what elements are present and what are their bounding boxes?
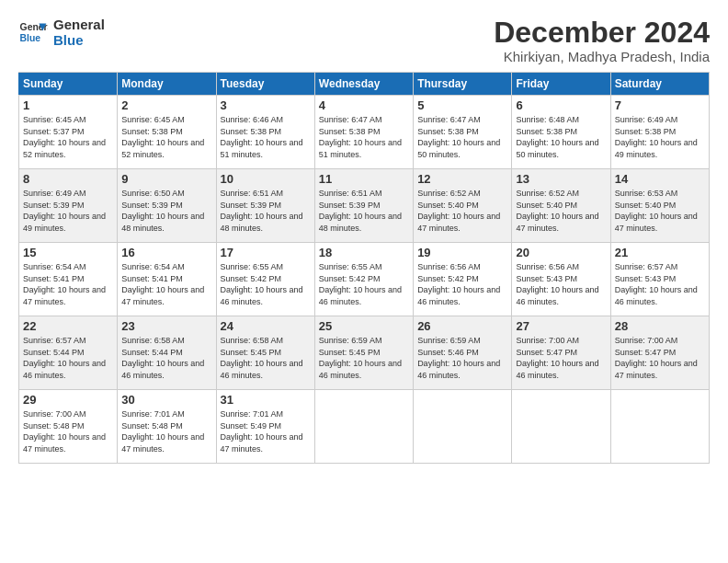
day-info: Sunrise: 6:53 AMSunset: 5:40 PMDaylight:… bbox=[615, 188, 705, 234]
col-header-tuesday: Tuesday bbox=[216, 73, 314, 96]
calendar-cell: 25Sunrise: 6:59 AMSunset: 5:45 PMDayligh… bbox=[314, 316, 413, 390]
calendar-cell: 15Sunrise: 6:54 AMSunset: 5:41 PMDayligh… bbox=[19, 243, 118, 316]
day-number: 25 bbox=[319, 319, 409, 333]
day-info: Sunrise: 6:51 AMSunset: 5:39 PMDaylight:… bbox=[221, 188, 311, 234]
day-number: 2 bbox=[121, 98, 211, 112]
calendar-cell: 7Sunrise: 6:49 AMSunset: 5:38 PMDaylight… bbox=[610, 96, 709, 169]
day-number: 17 bbox=[221, 246, 311, 259]
calendar-cell: 2Sunrise: 6:45 AMSunset: 5:38 PMDaylight… bbox=[118, 96, 216, 169]
svg-text:Blue: Blue bbox=[20, 33, 41, 43]
day-info: Sunrise: 6:45 AMSunset: 5:37 PMDaylight:… bbox=[23, 114, 113, 160]
calendar-cell: 23Sunrise: 6:58 AMSunset: 5:44 PMDayligh… bbox=[118, 316, 216, 390]
day-number: 6 bbox=[516, 98, 606, 112]
col-header-thursday: Thursday bbox=[414, 73, 512, 96]
day-number: 20 bbox=[516, 246, 606, 259]
calendar-cell bbox=[610, 390, 709, 464]
calendar-cell: 26Sunrise: 6:59 AMSunset: 5:46 PMDayligh… bbox=[414, 316, 512, 390]
day-number: 8 bbox=[23, 172, 113, 186]
logo-blue: Blue bbox=[53, 32, 105, 48]
day-number: 21 bbox=[615, 246, 705, 259]
day-number: 7 bbox=[615, 98, 705, 112]
calendar-cell: 20Sunrise: 6:56 AMSunset: 5:43 PMDayligh… bbox=[512, 243, 610, 316]
day-info: Sunrise: 6:59 AMSunset: 5:46 PMDaylight:… bbox=[417, 335, 507, 381]
calendar-cell: 22Sunrise: 6:57 AMSunset: 5:44 PMDayligh… bbox=[19, 316, 118, 390]
day-number: 29 bbox=[23, 393, 113, 407]
col-header-wednesday: Wednesday bbox=[314, 73, 413, 96]
day-number: 22 bbox=[23, 319, 113, 333]
day-number: 15 bbox=[23, 246, 113, 259]
calendar-cell: 21Sunrise: 6:57 AMSunset: 5:43 PMDayligh… bbox=[610, 243, 709, 316]
logo-general: General bbox=[53, 17, 105, 32]
day-info: Sunrise: 6:50 AMSunset: 5:39 PMDaylight:… bbox=[121, 188, 211, 234]
calendar-cell: 4Sunrise: 6:47 AMSunset: 5:38 PMDaylight… bbox=[314, 96, 413, 169]
day-info: Sunrise: 6:47 AMSunset: 5:38 PMDaylight:… bbox=[319, 114, 409, 160]
calendar-cell bbox=[314, 390, 413, 464]
day-info: Sunrise: 6:57 AMSunset: 5:43 PMDaylight:… bbox=[615, 261, 705, 307]
calendar-cell: 10Sunrise: 6:51 AMSunset: 5:39 PMDayligh… bbox=[216, 169, 314, 243]
day-info: Sunrise: 6:49 AMSunset: 5:38 PMDaylight:… bbox=[615, 114, 705, 160]
day-number: 9 bbox=[121, 172, 211, 186]
header: General Blue General Blue December 2024 … bbox=[18, 17, 710, 64]
day-info: Sunrise: 6:51 AMSunset: 5:39 PMDaylight:… bbox=[319, 188, 409, 234]
calendar-cell: 8Sunrise: 6:49 AMSunset: 5:39 PMDaylight… bbox=[19, 169, 118, 243]
day-number: 24 bbox=[221, 319, 311, 333]
col-header-monday: Monday bbox=[118, 73, 216, 96]
day-number: 30 bbox=[121, 393, 211, 407]
week-row-1: 1Sunrise: 6:45 AMSunset: 5:37 PMDaylight… bbox=[19, 96, 710, 169]
calendar-cell: 28Sunrise: 7:00 AMSunset: 5:47 PMDayligh… bbox=[610, 316, 709, 390]
calendar-cell: 12Sunrise: 6:52 AMSunset: 5:40 PMDayligh… bbox=[414, 169, 512, 243]
logo-icon: General Blue bbox=[18, 17, 48, 47]
day-info: Sunrise: 6:54 AMSunset: 5:41 PMDaylight:… bbox=[121, 261, 211, 307]
calendar-cell: 1Sunrise: 6:45 AMSunset: 5:37 PMDaylight… bbox=[19, 96, 118, 169]
calendar-cell: 18Sunrise: 6:55 AMSunset: 5:42 PMDayligh… bbox=[314, 243, 413, 316]
week-row-2: 8Sunrise: 6:49 AMSunset: 5:39 PMDaylight… bbox=[19, 169, 710, 243]
day-number: 31 bbox=[221, 393, 311, 407]
day-info: Sunrise: 6:45 AMSunset: 5:38 PMDaylight:… bbox=[121, 114, 211, 160]
calendar-cell: 14Sunrise: 6:53 AMSunset: 5:40 PMDayligh… bbox=[610, 169, 709, 243]
day-info: Sunrise: 6:56 AMSunset: 5:43 PMDaylight:… bbox=[516, 261, 606, 307]
day-number: 18 bbox=[319, 246, 409, 259]
day-number: 4 bbox=[319, 98, 409, 112]
calendar-table: SundayMondayTuesdayWednesdayThursdayFrid… bbox=[18, 72, 710, 464]
location-subtitle: Khirkiyan, Madhya Pradesh, India bbox=[494, 49, 710, 64]
day-info: Sunrise: 6:56 AMSunset: 5:42 PMDaylight:… bbox=[417, 261, 507, 307]
day-info: Sunrise: 6:58 AMSunset: 5:45 PMDaylight:… bbox=[221, 335, 311, 381]
week-row-3: 15Sunrise: 6:54 AMSunset: 5:41 PMDayligh… bbox=[19, 243, 710, 316]
day-info: Sunrise: 6:59 AMSunset: 5:45 PMDaylight:… bbox=[319, 335, 409, 381]
day-info: Sunrise: 6:48 AMSunset: 5:38 PMDaylight:… bbox=[516, 114, 606, 160]
calendar-cell bbox=[512, 390, 610, 464]
day-info: Sunrise: 7:01 AMSunset: 5:48 PMDaylight:… bbox=[121, 408, 211, 454]
calendar-cell: 5Sunrise: 6:47 AMSunset: 5:38 PMDaylight… bbox=[414, 96, 512, 169]
day-info: Sunrise: 6:46 AMSunset: 5:38 PMDaylight:… bbox=[221, 114, 311, 160]
day-number: 13 bbox=[516, 172, 606, 186]
day-info: Sunrise: 6:55 AMSunset: 5:42 PMDaylight:… bbox=[221, 261, 311, 307]
calendar-cell: 19Sunrise: 6:56 AMSunset: 5:42 PMDayligh… bbox=[414, 243, 512, 316]
calendar-cell: 13Sunrise: 6:52 AMSunset: 5:40 PMDayligh… bbox=[512, 169, 610, 243]
col-header-sunday: Sunday bbox=[19, 73, 118, 96]
calendar-cell: 6Sunrise: 6:48 AMSunset: 5:38 PMDaylight… bbox=[512, 96, 610, 169]
calendar-cell: 16Sunrise: 6:54 AMSunset: 5:41 PMDayligh… bbox=[118, 243, 216, 316]
day-number: 26 bbox=[417, 319, 507, 333]
day-info: Sunrise: 6:57 AMSunset: 5:44 PMDaylight:… bbox=[23, 335, 113, 381]
calendar-cell: 29Sunrise: 7:00 AMSunset: 5:48 PMDayligh… bbox=[19, 390, 118, 464]
calendar-cell: 30Sunrise: 7:01 AMSunset: 5:48 PMDayligh… bbox=[118, 390, 216, 464]
day-number: 19 bbox=[417, 246, 507, 259]
calendar-cell: 17Sunrise: 6:55 AMSunset: 5:42 PMDayligh… bbox=[216, 243, 314, 316]
day-number: 5 bbox=[417, 98, 507, 112]
logo: General Blue General Blue bbox=[18, 17, 105, 49]
calendar-container: General Blue General Blue December 2024 … bbox=[0, 0, 728, 473]
day-info: Sunrise: 6:55 AMSunset: 5:42 PMDaylight:… bbox=[319, 261, 409, 307]
day-info: Sunrise: 6:58 AMSunset: 5:44 PMDaylight:… bbox=[121, 335, 211, 381]
day-info: Sunrise: 7:00 AMSunset: 5:47 PMDaylight:… bbox=[516, 335, 606, 381]
day-number: 28 bbox=[615, 319, 705, 333]
day-number: 14 bbox=[615, 172, 705, 186]
col-header-friday: Friday bbox=[512, 73, 610, 96]
day-info: Sunrise: 7:00 AMSunset: 5:47 PMDaylight:… bbox=[615, 335, 705, 381]
header-row: SundayMondayTuesdayWednesdayThursdayFrid… bbox=[19, 73, 710, 96]
month-title: December 2024 bbox=[494, 17, 710, 49]
col-header-saturday: Saturday bbox=[610, 73, 709, 96]
calendar-cell: 24Sunrise: 6:58 AMSunset: 5:45 PMDayligh… bbox=[216, 316, 314, 390]
day-info: Sunrise: 6:49 AMSunset: 5:39 PMDaylight:… bbox=[23, 188, 113, 234]
calendar-cell bbox=[414, 390, 512, 464]
day-info: Sunrise: 7:01 AMSunset: 5:49 PMDaylight:… bbox=[221, 408, 311, 454]
